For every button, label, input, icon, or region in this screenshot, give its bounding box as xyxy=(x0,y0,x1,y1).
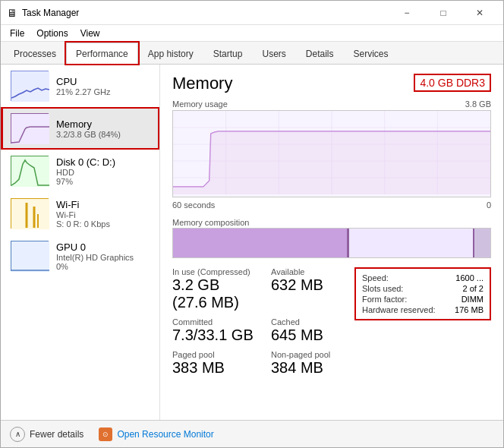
memory-name: Memory xyxy=(56,118,121,130)
stat-committed-label: Committed xyxy=(172,317,256,327)
tab-processes[interactable]: Processes xyxy=(4,43,66,64)
stat-paged-pool: Paged pool 383 MB xyxy=(172,350,256,377)
cpu-name: CPU xyxy=(56,76,111,87)
app-icon: 🖥 xyxy=(7,7,17,19)
sidebar-item-memory[interactable]: Memory 3.2/3.8 GB (84%) xyxy=(1,107,159,150)
svg-rect-2 xyxy=(11,156,49,187)
cpu-chart-svg xyxy=(11,71,49,102)
info-slots-val: 2 of 2 xyxy=(462,284,484,293)
usage-label-row: Memory usage 3.8 GB xyxy=(172,99,491,110)
stat-cached: Cached 645 MB xyxy=(271,317,354,344)
maximize-button[interactable]: □ xyxy=(426,2,461,24)
menu-options[interactable]: Options xyxy=(30,27,74,40)
composition-section-label: Memory composition xyxy=(172,218,249,227)
gpu-stat2: 0% xyxy=(56,262,134,271)
gpu-name: GPU 0 xyxy=(56,241,134,253)
sidebar: CPU 21% 2.27 GHz Memory 3.2/3.8 GB (84%) xyxy=(1,65,160,420)
stat-cached-label: Cached xyxy=(271,317,354,327)
title-bar: 🖥 Task Manager − □ ✕ xyxy=(1,1,503,25)
fewer-details-label: Fewer details xyxy=(30,429,83,440)
info-row-form: Form factor: DIMM xyxy=(362,295,484,304)
footer: ∧ Fewer details ⊙ Open Resource Monitor xyxy=(1,420,503,447)
composition-label: Memory composition xyxy=(172,217,491,228)
stat-paged-value: 383 MB xyxy=(172,359,256,377)
disk-info: Disk 0 (C: D:) HDD 97% xyxy=(56,156,115,186)
menu-view[interactable]: View xyxy=(74,27,106,40)
usage-label: Memory usage xyxy=(172,99,228,109)
info-speed-val: 1600 ... xyxy=(455,273,484,282)
panel-spec: 4.0 GB DDR3 xyxy=(414,74,491,92)
fewer-details-button[interactable]: ∧ Fewer details xyxy=(10,427,83,442)
tab-details[interactable]: Details xyxy=(296,43,344,64)
stats-grid: In use (Compressed) 3.2 GB (27.6 MB) Ava… xyxy=(172,267,354,377)
svg-rect-1 xyxy=(11,114,49,144)
empty-segment xyxy=(349,229,473,257)
svg-rect-7 xyxy=(11,241,49,272)
stat-available-value: 632 MB xyxy=(271,276,354,294)
disk-name: Disk 0 (C: D:) xyxy=(56,156,115,168)
stat-committed: Committed 7.3/33.1 GB xyxy=(172,317,256,344)
disk-stat2: 97% xyxy=(56,177,115,186)
right-panel: Memory 4.0 GB DDR3 Memory usage 3.8 GB xyxy=(160,65,503,420)
cpu-info: CPU 21% 2.27 GHz xyxy=(56,76,111,96)
main-content: CPU 21% 2.27 GHz Memory 3.2/3.8 GB (84%) xyxy=(1,65,503,420)
tab-users[interactable]: Users xyxy=(252,43,295,64)
gpu-chart-svg xyxy=(11,241,49,272)
close-button[interactable]: ✕ xyxy=(462,2,497,24)
info-row-hw-reserved: Hardware reserved: 176 MB xyxy=(362,305,484,314)
disk-chart-svg xyxy=(11,156,49,187)
tab-performance[interactable]: Performance xyxy=(66,43,138,64)
sidebar-item-cpu[interactable]: CPU 21% 2.27 GHz xyxy=(1,65,159,107)
usage-chart-svg xyxy=(173,111,490,194)
stat-in-use: In use (Compressed) 3.2 GB (27.6 MB) xyxy=(172,267,256,311)
info-speed-key: Speed: xyxy=(362,273,389,282)
mem-chart-svg xyxy=(11,114,49,144)
info-form-key: Form factor: xyxy=(362,295,407,304)
wifi-stat1: Wi-Fi xyxy=(56,210,110,219)
chart-seconds: 60 seconds xyxy=(172,200,215,210)
tab-services[interactable]: Services xyxy=(344,43,398,64)
sidebar-item-gpu[interactable]: GPU 0 Intel(R) HD Graphics 0% xyxy=(1,235,159,277)
info-slots-key: Slots used: xyxy=(362,284,403,293)
info-box: Speed: 1600 ... Slots used: 2 of 2 Form … xyxy=(354,267,491,320)
chart-zero: 0 xyxy=(487,200,491,211)
stat-nonpaged-pool: Non-paged pool 384 MB xyxy=(271,350,354,377)
memory-stat: 3.2/3.8 GB (84%) xyxy=(56,130,121,139)
cpu-mini-chart xyxy=(11,71,49,101)
monitor-icon: ⊙ xyxy=(99,427,112,441)
chart-axis-row: 60 seconds 0 xyxy=(172,200,491,211)
panel-title: Memory xyxy=(172,74,232,93)
stat-nonpaged-label: Non-paged pool xyxy=(271,350,354,359)
cpu-stat: 21% 2.27 GHz xyxy=(56,87,111,96)
open-resource-monitor-link[interactable]: ⊙ Open Resource Monitor xyxy=(99,427,213,441)
hardware-reserved-segment xyxy=(474,229,490,257)
svg-rect-3 xyxy=(11,199,49,229)
window-controls: − □ ✕ xyxy=(389,2,497,24)
resource-monitor-label: Open Resource Monitor xyxy=(117,429,213,440)
wifi-name: Wi-Fi xyxy=(56,199,110,210)
gpu-info: GPU 0 Intel(R) HD Graphics 0% xyxy=(56,241,134,271)
memory-usage-chart xyxy=(172,110,491,197)
info-hw-val: 176 MB xyxy=(455,305,484,314)
wifi-stat2: S: 0 R: 0 Kbps xyxy=(56,219,110,229)
stat-available: Available 632 MB xyxy=(271,267,354,311)
memory-composition-chart xyxy=(172,228,491,258)
minimize-button[interactable]: − xyxy=(389,2,424,24)
chevron-icon: ∧ xyxy=(10,427,25,442)
wifi-chart-svg xyxy=(11,199,49,229)
tab-app-history[interactable]: App history xyxy=(138,43,203,64)
tab-startup[interactable]: Startup xyxy=(203,43,253,64)
stat-paged-label: Paged pool xyxy=(172,350,256,359)
svg-marker-18 xyxy=(173,131,490,194)
menu-file[interactable]: File xyxy=(4,27,30,40)
memory-mini-chart xyxy=(11,113,49,144)
info-row-speed: Speed: 1600 ... xyxy=(362,273,484,282)
sidebar-item-disk[interactable]: Disk 0 (C: D:) HDD 97% xyxy=(1,150,159,192)
stat-in-use-label: In use (Compressed) xyxy=(172,267,256,276)
title-bar-left: 🖥 Task Manager xyxy=(7,7,79,19)
sidebar-item-wifi[interactable]: Wi-Fi Wi-Fi S: 0 R: 0 Kbps xyxy=(1,192,159,235)
info-form-val: DIMM xyxy=(461,295,484,304)
panel-header: Memory 4.0 GB DDR3 xyxy=(172,74,491,93)
composition-bar xyxy=(173,229,490,257)
gpu-stat1: Intel(R) HD Graphics xyxy=(56,253,134,262)
